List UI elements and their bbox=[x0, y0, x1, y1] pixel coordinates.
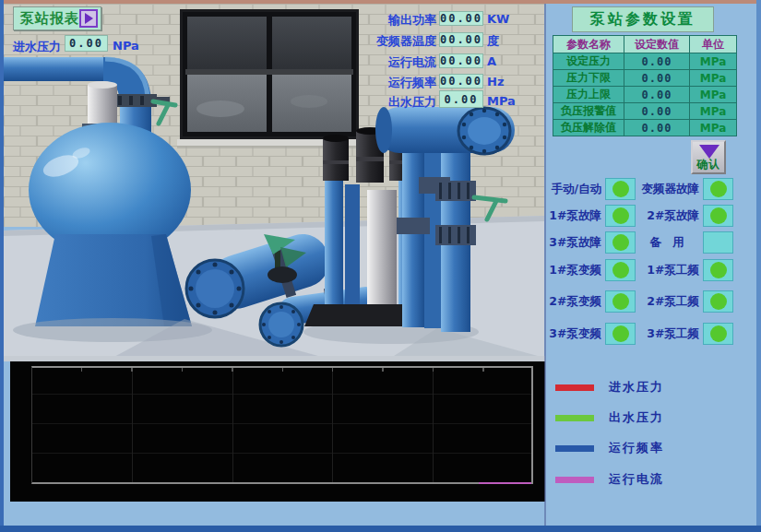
param-name: 负压解除值 bbox=[553, 120, 624, 136]
table-row: 设定压力 0.00 MPa bbox=[553, 53, 737, 70]
param-name: 负压报警值 bbox=[553, 103, 624, 120]
table-row: 压力上限 0.00 MPa bbox=[553, 87, 737, 103]
legend-swatch-run-frequency bbox=[555, 445, 594, 452]
status-label-pump2-line: 2#泵工频 bbox=[635, 290, 699, 313]
frame-edge-top bbox=[0, 0, 761, 4]
legend-label-run-current: 运行电流 bbox=[609, 471, 664, 488]
report-button-label: 泵站报表 bbox=[20, 10, 79, 28]
led-icon bbox=[710, 181, 727, 197]
legend-label-outlet-pressure: 出水压力 bbox=[609, 409, 664, 426]
led-pump1-line bbox=[703, 259, 733, 281]
run-current-label: 运行电流 bbox=[368, 54, 436, 71]
led-icon bbox=[612, 325, 629, 342]
param-unit: MPa bbox=[690, 120, 737, 136]
param-unit: MPa bbox=[690, 53, 737, 70]
status-label-pump3-fault: 3#泵故障 bbox=[542, 231, 601, 254]
table-row: 负压报警值 0.00 MPa bbox=[553, 103, 737, 120]
led-spare bbox=[703, 231, 733, 254]
led-pump1-fault bbox=[605, 205, 636, 227]
led-pump2-line bbox=[703, 290, 733, 313]
legend-swatch-inlet-pressure bbox=[555, 384, 594, 391]
status-label-pump2-fault: 2#泵故障 bbox=[635, 205, 699, 227]
report-button[interactable]: 泵站报表 bbox=[13, 6, 101, 30]
led-icon bbox=[612, 181, 629, 197]
frame-edge-bottom bbox=[0, 526, 761, 532]
confirm-button[interactable]: 确认 bbox=[691, 140, 726, 174]
param-setpoint[interactable]: 0.00 bbox=[624, 70, 690, 87]
param-name: 压力上限 bbox=[553, 87, 624, 103]
run-freq-unit: Hz bbox=[487, 75, 504, 89]
led-icon bbox=[710, 207, 727, 224]
inlet-pressure-label: 进水压力 bbox=[13, 39, 61, 55]
led-icon bbox=[710, 262, 727, 278]
axis-ticks bbox=[32, 368, 531, 372]
settings-panel-title: 泵站参数设置 bbox=[572, 6, 714, 32]
run-freq-label: 运行频率 bbox=[368, 75, 436, 91]
vfd-temp-label: 变频器温度 bbox=[368, 33, 436, 50]
table-row: 压力下限 0.00 MPa bbox=[553, 70, 737, 87]
inlet-pressure-value: 0.00 bbox=[65, 35, 108, 52]
col-param-name: 参数名称 bbox=[553, 36, 624, 53]
outlet-pressure-label: 出水压力 bbox=[368, 94, 436, 111]
run-freq-value: 00.00 bbox=[439, 74, 483, 89]
outlet-header bbox=[375, 107, 515, 154]
frame-edge-right bbox=[756, 0, 761, 532]
legend-label-run-frequency: 运行频率 bbox=[609, 440, 664, 456]
param-name: 设定压力 bbox=[553, 53, 624, 70]
led-pump3-fault bbox=[605, 231, 636, 254]
inlet-pressure-unit: NPa bbox=[113, 39, 139, 53]
param-setpoint[interactable]: 0.00 bbox=[624, 87, 690, 103]
led-pump2-vfd bbox=[605, 290, 636, 313]
run-current-unit: A bbox=[487, 54, 496, 68]
status-label-spare: 备 用 bbox=[635, 231, 699, 254]
led-pump3-vfd bbox=[605, 323, 636, 345]
trend-chart bbox=[10, 361, 545, 502]
legend-swatch-outlet-pressure bbox=[555, 415, 594, 421]
confirm-button-label: 确认 bbox=[693, 157, 724, 172]
vfd-temp-unit: 度 bbox=[487, 33, 499, 50]
led-icon bbox=[612, 234, 629, 251]
status-label-pump2-vfd: 2#泵变频 bbox=[542, 290, 601, 313]
output-power-value: 00.00 bbox=[439, 11, 483, 26]
legend-label-inlet-pressure: 进水压力 bbox=[609, 379, 664, 396]
led-icon bbox=[612, 262, 629, 278]
report-open-button[interactable] bbox=[79, 9, 98, 28]
outlet-pressure-value: 0.00 bbox=[439, 90, 483, 108]
led-icon bbox=[710, 325, 727, 342]
legend-swatch-run-current bbox=[555, 477, 594, 483]
table-row: 负压解除值 0.00 MPa bbox=[553, 120, 737, 136]
param-unit: MPa bbox=[690, 87, 737, 103]
led-icon bbox=[710, 293, 727, 310]
param-name: 压力下限 bbox=[553, 70, 624, 87]
run-current-value: 00.00 bbox=[439, 53, 483, 68]
led-icon bbox=[612, 207, 629, 224]
param-unit: MPa bbox=[690, 103, 737, 120]
status-label-pump1-vfd: 1#泵变频 bbox=[542, 259, 601, 281]
param-setpoint[interactable]: 0.00 bbox=[624, 103, 690, 120]
led-pump3-line bbox=[703, 323, 733, 345]
settings-header-row: 参数名称 设定数值 单位 bbox=[553, 36, 737, 53]
status-label-pump1-line: 1#泵工频 bbox=[635, 259, 699, 281]
settings-table: 参数名称 设定数值 单位 设定压力 0.00 MPa 压力下限 0.00 MPa… bbox=[553, 35, 737, 136]
status-label-pump1-fault: 1#泵故障 bbox=[542, 205, 601, 227]
panel-divider bbox=[544, 4, 546, 526]
led-icon bbox=[612, 293, 629, 310]
frame-edge-left bbox=[0, 0, 4, 532]
vfd-temp-value: 00.00 bbox=[439, 32, 483, 47]
window bbox=[177, 9, 362, 148]
status-label-auto-manual: 手动/自动 bbox=[542, 178, 601, 200]
param-setpoint[interactable]: 0.00 bbox=[624, 53, 690, 70]
led-pump1-vfd bbox=[605, 259, 636, 281]
status-label-pump3-line: 3#泵工频 bbox=[635, 323, 699, 345]
led-pump2-fault bbox=[703, 205, 733, 227]
param-unit: MPa bbox=[690, 70, 737, 87]
hmi-pump-station-screen: { "header": { "report_button": {"label":… bbox=[0, 0, 761, 532]
play-icon bbox=[85, 13, 93, 24]
led-auto-manual bbox=[605, 178, 636, 200]
col-set-value: 设定数值 bbox=[624, 36, 690, 53]
output-power-unit: KW bbox=[487, 12, 509, 26]
param-setpoint[interactable]: 0.00 bbox=[624, 120, 690, 136]
status-label-pump3-vfd: 3#泵变频 bbox=[542, 323, 601, 345]
col-unit: 单位 bbox=[690, 36, 737, 53]
status-label-vfd-fault: 变频器故障 bbox=[635, 178, 699, 200]
